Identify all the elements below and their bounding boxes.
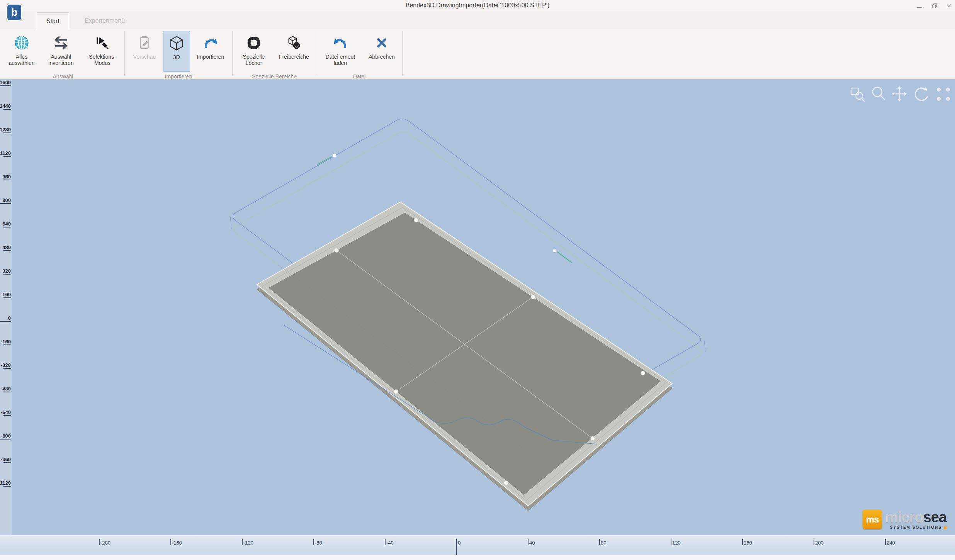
status-strip [0, 555, 955, 560]
v-ruler-tick: 1120 [0, 150, 11, 156]
reload-icon [332, 33, 348, 53]
group-label-auswahl: Auswahl [2, 73, 124, 80]
solid-plate[interactable] [257, 202, 672, 511]
button-label: Alles auswählen [3, 54, 40, 66]
v-ruler-tick: 320 [2, 268, 11, 274]
rotate-icon[interactable] [912, 85, 931, 104]
button-label: Datei erneut laden [318, 54, 362, 66]
v-ruler-tick: 800 [2, 197, 11, 203]
group-label-datei: Datei [316, 73, 402, 80]
vertical-ruler: 16001440128011209608006404803201600-160-… [0, 80, 12, 535]
v-ruler-tick: 640 [2, 221, 11, 227]
v-ruler-tick: -480 [1, 386, 11, 392]
button-label: Selektions-Modus [82, 54, 122, 66]
close-button[interactable]: × [947, 2, 951, 9]
v-ruler-tick: -960 [1, 456, 11, 462]
group-label-spezielle-bereiche: Spezielle Bereiche [233, 73, 316, 80]
tab-start[interactable]: Start [37, 12, 69, 30]
v-ruler-tick: 1280 [0, 127, 11, 132]
hole-icon [246, 33, 262, 53]
v-ruler-tick: 160 [2, 292, 11, 297]
cube-3d-icon [168, 34, 185, 53]
ribbon: Alles auswählen Auswahl invertieren [0, 29, 955, 80]
button-label: Abbrechen [369, 54, 395, 60]
button-label: Spezielle Löcher [235, 54, 273, 66]
select-all-button[interactable]: Alles auswählen [3, 31, 40, 72]
group-divider [402, 31, 403, 76]
cancel-button[interactable]: Abbrechen [363, 31, 400, 72]
view-nav-toolbar [849, 85, 952, 104]
button-label: 3D [173, 54, 180, 60]
cancel-icon [375, 33, 389, 53]
preview-button: Vorschau [127, 31, 162, 72]
microsea-logo-mark: ms [863, 510, 882, 529]
button-label: Freibereiche [279, 54, 309, 60]
globe-icon [14, 33, 29, 53]
button-label: Vorschau [133, 54, 156, 60]
tab-expertenmenu[interactable]: Expertenmenü [73, 12, 136, 29]
selection-mode-icon [95, 33, 110, 53]
title-bar: Bendex3D.DrawingImporter(Datei '1000x500… [0, 0, 955, 12]
v-ruler-tick: -160 [1, 339, 11, 344]
invert-selection-button[interactable]: Auswahl invertieren [41, 31, 82, 72]
app-logo-letter: b [11, 7, 18, 19]
scene-svg[interactable] [0, 80, 955, 535]
button-label: Importieren [197, 54, 224, 60]
pan-icon[interactable] [891, 85, 908, 104]
button-label: Auswahl invertieren [41, 54, 82, 66]
v-ruler-tick: 1600 [0, 80, 11, 85]
v-ruler-tick: -800 [1, 433, 11, 439]
swap-arrows-icon [53, 33, 69, 53]
restore-button[interactable] [932, 3, 937, 8]
zoom-fit-icon[interactable] [935, 85, 952, 104]
microsea-logo: ms microsea SYSTEM SOLUTIONS [863, 510, 947, 529]
viewport-3d[interactable]: 16001440128011209608006404803201600-160-… [0, 80, 955, 535]
ribbon-group-importieren: Vorschau 3D [125, 29, 232, 81]
zoom-icon[interactable] [870, 85, 887, 104]
window-title: Bendex3D.DrawingImporter(Datei '1000x500… [0, 2, 955, 9]
v-ruler-tick: 0 [8, 315, 11, 321]
v-ruler-tick: 1440 [0, 103, 11, 109]
microsea-logo-tagline: SYSTEM SOLUTIONS [885, 526, 947, 529]
v-ruler-tick: 960 [2, 174, 11, 180]
view-3d-button[interactable]: 3D [163, 31, 190, 72]
reload-file-button[interactable]: Datei erneut laden [318, 31, 362, 72]
microsea-logo-name: microsea [885, 510, 947, 524]
ribbon-tab-row: Start Expertenmenü [0, 12, 955, 29]
minimize-button[interactable] [917, 7, 922, 8]
ribbon-group-datei: Datei erneut laden Abbrechen Datei [316, 29, 402, 81]
ribbon-group-auswahl: Alles auswählen Auswahl invertieren [2, 29, 124, 81]
free-areas-button[interactable]: Freibereiche [274, 31, 314, 72]
redo-arrow-icon [202, 33, 219, 53]
v-ruler-tick: -320 [1, 362, 11, 368]
free-area-icon [286, 33, 302, 53]
special-holes-button[interactable]: Spezielle Löcher [235, 31, 273, 72]
v-ruler-tick: -640 [1, 409, 11, 415]
selection-mode-button[interactable]: Selektions-Modus [82, 31, 122, 72]
group-label-importieren: Importieren [125, 73, 232, 80]
ribbon-group-spezielle-bereiche: Spezielle Löcher Freibereiche Spezielle … [233, 29, 316, 81]
zoom-window-icon[interactable] [849, 85, 866, 104]
v-ruler-tick: -1120 [0, 480, 11, 486]
horizontal-ruler: -200-160-120-80-4004080120160200240 [0, 535, 955, 555]
preview-icon [137, 33, 152, 53]
import-button[interactable]: Importieren [191, 31, 230, 72]
app-logo[interactable]: b [6, 3, 22, 21]
app-window: Bendex3D.DrawingImporter(Datei '1000x500… [0, 0, 955, 560]
v-ruler-tick: 480 [2, 244, 11, 250]
